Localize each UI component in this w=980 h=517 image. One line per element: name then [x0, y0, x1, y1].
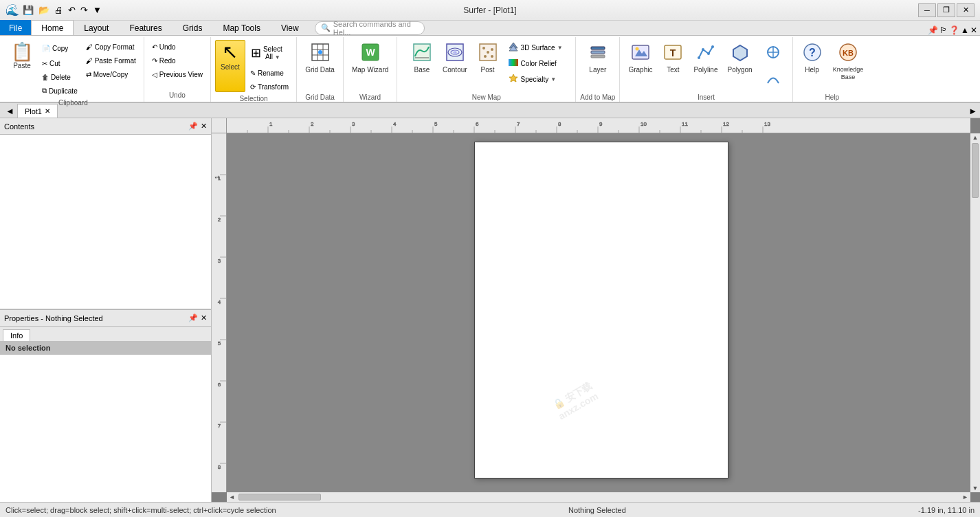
canvas-scroll-horizontal[interactable]: ◄ ► — [227, 492, 970, 502]
redo-label: Redo — [159, 57, 176, 65]
grid-data-button[interactable]: Grid Data — [301, 40, 339, 92]
color-relief-button[interactable]: Color Relief — [504, 56, 566, 71]
graphic-icon — [631, 43, 650, 65]
tab-scroll-right[interactable]: ► — [966, 104, 980, 118]
restore-button[interactable]: ❐ — [937, 3, 955, 17]
svg-text:2: 2 — [311, 121, 314, 127]
delete-button[interactable]: 🗑 Delete — [38, 70, 81, 84]
svg-rect-21 — [509, 59, 518, 66]
properties-close-icon[interactable]: ✕ — [201, 314, 207, 322]
move-copy-button[interactable]: ⇄ Move/Copy — [82, 67, 140, 81]
tab-file[interactable]: File — [0, 20, 31, 35]
scroll-up-arrow[interactable]: ▲ — [970, 133, 980, 142]
print-qa-icon[interactable]: 🖨 — [53, 3, 65, 16]
select-all-button[interactable]: ⊞ SelectAll ▼ — [247, 40, 292, 66]
ribbon-search-box[interactable]: 🔍 Search commands and Hel... — [315, 21, 425, 35]
base-button[interactable]: Base — [407, 40, 437, 92]
scroll-right-arrow[interactable]: ► — [960, 493, 970, 501]
paste-button[interactable]: 📋 Paste — [7, 40, 37, 92]
previous-view-button[interactable]: ◁ Previous View — [148, 67, 206, 81]
save-qa-icon[interactable]: 💾 — [21, 3, 35, 16]
doc-tab-plot1[interactable]: Plot1 ✕ — [17, 104, 58, 118]
canvas-area[interactable]: 1 2 3 4 5 6 7 8 9 10 11 12 13 — [212, 118, 980, 502]
ribbon-close-icon[interactable]: ✕ — [970, 25, 977, 35]
scroll-thumb-horizontal[interactable] — [238, 494, 321, 500]
help-pin-icon[interactable]: 📌 — [928, 25, 938, 35]
tab-scroll-left[interactable]: ◄ — [3, 104, 17, 118]
add-to-map-label: Add to Map — [580, 92, 615, 102]
canvas-viewport[interactable]: 🔒 安下载anxz.com — [227, 133, 970, 492]
tab-features[interactable]: Features — [119, 20, 172, 35]
surface-3d-button[interactable]: 3D Surface ▼ — [504, 40, 566, 55]
qa-dropdown-icon[interactable]: ▼ — [91, 3, 103, 16]
contents-close-icon[interactable]: ✕ — [201, 122, 207, 131]
specialty-button[interactable]: Specialty ▼ — [504, 72, 566, 87]
transform-button[interactable]: ⟳ Transform — [247, 80, 292, 94]
select-button[interactable]: ↖ Select — [215, 40, 245, 92]
contents-pin-icon[interactable]: 📌 — [188, 122, 198, 131]
properties-content: No selection — [0, 341, 211, 502]
graphic-button[interactable]: Graphic — [624, 40, 656, 92]
doc-tab-close-icon[interactable]: ✕ — [45, 107, 50, 115]
svg-text:8: 8 — [558, 121, 561, 127]
tab-view[interactable]: View — [271, 20, 309, 35]
copy-format-button[interactable]: 🖌 Copy Format — [82, 40, 140, 54]
properties-pin-icon[interactable]: 📌 — [188, 314, 198, 322]
rename-button[interactable]: ✎ Rename — [247, 66, 292, 80]
contents-panel-header: Contents 📌 ✕ — [0, 118, 211, 135]
polygon-button[interactable]: Polygon — [723, 40, 756, 92]
paste-format-button[interactable]: 🖌 Paste Format — [82, 54, 140, 67]
insert-label: Insert — [624, 92, 788, 102]
polyline-button[interactable]: Polyline — [689, 40, 722, 92]
redo-qa-icon[interactable]: ↷ — [79, 3, 89, 16]
knowledge-base-button[interactable]: KB KnowledgeBase — [829, 40, 868, 92]
base-icon — [412, 43, 432, 65]
svg-point-17 — [484, 55, 487, 58]
ribbon-minimize-icon[interactable]: ▲ — [961, 25, 969, 35]
tab-home[interactable]: Home — [31, 20, 74, 35]
copy-button[interactable]: 📄 Copy — [38, 40, 81, 56]
insert-arc-button[interactable] — [758, 66, 788, 91]
delete-icon: 🗑 — [42, 74, 49, 81]
svg-point-33 — [711, 45, 714, 48]
help-button[interactable]: ? Help — [797, 40, 827, 92]
help-icon-small[interactable]: ❓ — [949, 25, 959, 35]
open-qa-icon[interactable]: 📂 — [37, 3, 51, 16]
scroll-left-arrow[interactable]: ◄ — [227, 493, 237, 501]
doc-tab-bar: ◄ Plot1 ✕ ► — [0, 103, 980, 118]
close-button[interactable]: ✕ — [957, 3, 975, 17]
svg-text:9: 9 — [599, 121, 603, 127]
polyline-icon — [696, 43, 715, 65]
canvas-scroll-vertical[interactable]: ▲ ▼ — [970, 133, 980, 492]
text-button[interactable]: T Text — [658, 40, 688, 92]
cut-button[interactable]: ✂ Cut — [38, 56, 81, 70]
svg-text:T: T — [670, 47, 676, 58]
tab-map-tools[interactable]: Map Tools — [212, 20, 270, 35]
move-copy-label: Move/Copy — [93, 71, 129, 78]
window-controls: ─ ❐ ✕ — [918, 3, 975, 17]
svg-text:5: 5 — [434, 121, 438, 127]
scroll-thumb-vertical[interactable] — [972, 143, 979, 198]
status-bar: Click=select; drag=block select; shift+c… — [0, 502, 980, 517]
duplicate-button[interactable]: ⧉ Duplicate — [38, 84, 81, 98]
undo-button[interactable]: ↶ Undo — [148, 40, 206, 54]
redo-button[interactable]: ↷ Redo — [148, 54, 206, 67]
tab-grids[interactable]: Grids — [172, 20, 213, 35]
svg-text:3: 3 — [218, 258, 221, 264]
insert-circle-button[interactable] — [758, 40, 788, 65]
format-stack: 🖌 Copy Format 🖌 Paste Format ⇄ Move/Copy — [82, 40, 140, 81]
duplicate-label: Duplicate — [49, 87, 78, 95]
info-tab[interactable]: Info — [3, 329, 30, 341]
undo-qa-icon[interactable]: ↶ — [67, 3, 77, 16]
tab-layout[interactable]: Layout — [74, 20, 119, 35]
help-label: Help — [805, 66, 819, 74]
scroll-down-arrow[interactable]: ▼ — [970, 484, 980, 492]
flag-icon[interactable]: 🏳 — [939, 25, 948, 35]
post-button[interactable]: Post — [473, 40, 503, 92]
svg-text:7: 7 — [218, 423, 221, 429]
map-wizard-button[interactable]: W Map Wizard — [348, 40, 392, 92]
contour-button[interactable]: Contour — [438, 40, 471, 92]
layer-button[interactable]: Layer — [583, 40, 613, 92]
wizard-group: W Map Wizard Wizard — [344, 37, 397, 102]
minimize-button[interactable]: ─ — [918, 3, 936, 17]
